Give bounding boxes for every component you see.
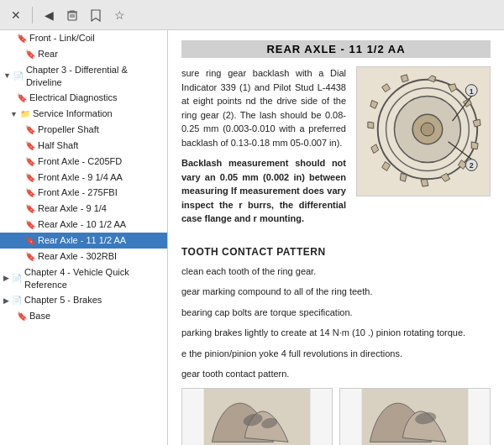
sidebar-item-service-info[interactable]: ▼ 📁 Service Information	[0, 106, 167, 122]
paragraph-8: gear tooth contact pattern.	[181, 367, 491, 381]
svg-text:1: 1	[470, 87, 474, 96]
sidebar-item-rear-axle-302rbi[interactable]: 🔖 Rear Axle - 302RBI	[0, 249, 167, 264]
content-pane: REAR AXLE - 11 1/2 AA sure ring gear bac…	[168, 30, 504, 445]
sidebar-item-rear-axle-9-14[interactable]: 🔖 Rear Axle - 9 1/4	[0, 201, 167, 217]
sidebar-item-chapter3[interactable]: ▼ 📄 Chapter 3 - Differential & Driveline	[0, 62, 167, 91]
sidebar-item-label: Front Axle - 275FBI	[38, 186, 164, 199]
sidebar-item-label: Rear Axle - 302RBI	[38, 250, 164, 263]
sidebar-item-rear[interactable]: 🔖 Rear	[0, 46, 167, 62]
sidebar-item-label: Front Axle - 9 1/4 AA	[38, 171, 164, 184]
sidebar-item-label: Rear	[38, 48, 164, 60]
sidebar-item-label: Rear Axle - 11 1/2 AA	[38, 234, 164, 247]
bookmark-icon: 🔖	[25, 187, 35, 199]
sidebar-item-label: Propeller Shaft	[38, 123, 164, 136]
trash-button[interactable]	[63, 6, 81, 24]
paragraph-1: sure ring gear backlash with a Dial Indi…	[181, 66, 346, 149]
gear-diagram-column: 1 2	[356, 66, 491, 233]
sidebar-item-front-link-coil[interactable]: 🔖 Front - Link/Coil	[0, 30, 167, 46]
chapter-icon: 📄	[12, 273, 22, 285]
sidebar-item-half-shaft[interactable]: 🔖 Half Shaft	[0, 138, 167, 154]
toolbar: ✕ ◀ ☆	[0, 0, 504, 30]
section-title-tooth-pattern: TOOTH CONTACT PATTERN	[181, 244, 491, 259]
bookmark-icon: 🔖	[17, 311, 27, 322]
sidebar: 🔖 Front - Link/Coil 🔖 Rear ▼ 📄 Chapter 3…	[0, 30, 168, 445]
chapter-icon: 📄	[13, 71, 24, 82]
sidebar-item-rear-axle-10-12-aa[interactable]: 🔖 Rear Axle - 10 1/2 AA	[0, 217, 167, 233]
content-header: REAR AXLE - 11 1/2 AA	[181, 40, 491, 58]
bookmark-icon: 🔖	[25, 49, 35, 60]
sidebar-item-label: Chapter 5 - Brakes	[24, 294, 102, 306]
gear-diagram: 1 2	[356, 66, 491, 196]
svg-text:2: 2	[470, 161, 474, 170]
sidebar-item-label: Chapter 4 - Vehicle Quick Reference	[24, 266, 164, 291]
arrow-icon: ▼	[10, 109, 18, 119]
toolbar-separator-1	[32, 7, 33, 24]
chapter-icon: 📄	[12, 295, 22, 306]
bookmark-icon: 🔖	[17, 92, 27, 104]
arrow-icon: ▶	[3, 273, 9, 283]
arrow-icon: ▶	[3, 296, 9, 306]
paragraph-6: parking brakes lightly to create at 14 N…	[181, 326, 491, 340]
sidebar-item-label: Rear Axle - 10 1/2 AA	[38, 218, 164, 231]
bold-span: Backlash measurement should not vary an …	[181, 158, 346, 223]
bookmark-icon: 🔖	[25, 124, 35, 136]
paragraph-7: e the pinion/pinion yoke 4 full revoluti…	[181, 347, 491, 361]
sidebar-item-chapter5[interactable]: ▶ 📄 Chapter 5 - Brakes	[0, 292, 167, 308]
back-button[interactable]: ◀	[39, 6, 58, 24]
sidebar-item-electrical-diag[interactable]: 🔖 Electrical Diagnostics	[0, 90, 167, 106]
close-button[interactable]: ✕	[7, 6, 25, 24]
bookmark-icon: 🔖	[25, 219, 35, 231]
sidebar-item-chapter4[interactable]: ▶ 📄 Chapter 4 - Vehicle Quick Reference	[0, 264, 167, 293]
top-section: sure ring gear backlash with a Dial Indi…	[181, 66, 491, 233]
sidebar-item-label: Service Information	[33, 107, 113, 120]
sidebar-item-label: Electrical Diagnostics	[29, 92, 164, 104]
main-area: 🔖 Front - Link/Coil 🔖 Rear ▼ 📄 Chapter 3…	[0, 30, 504, 445]
sidebar-item-label: Rear Axle - 9 1/4	[38, 202, 164, 215]
sidebar-item-base[interactable]: 🔖 Base	[0, 308, 167, 324]
chapter-icon: 📁	[20, 108, 30, 120]
sidebar-item-label: Front - Link/Coil	[29, 32, 164, 44]
text-column: sure ring gear backlash with a Dial Indi…	[181, 66, 346, 233]
paragraph-2: Backlash measurement should not vary an …	[181, 156, 346, 226]
paragraph-3: clean each tooth of the ring gear.	[181, 264, 491, 279]
sidebar-item-front-axle-9-14-aa[interactable]: 🔖 Front Axle - 9 1/4 AA	[0, 170, 167, 186]
sidebar-item-front-axle-275fbi[interactable]: 🔖 Front Axle - 275FBI	[0, 185, 167, 201]
content-body-mid: TOOTH CONTACT PATTERN clean each tooth o…	[181, 244, 491, 381]
tooth-diagrams-row1	[181, 388, 491, 446]
bookmark-icon: 🔖	[25, 172, 35, 184]
sidebar-item-rear-axle-11-12-aa[interactable]: 🔖 Rear Axle - 11 1/2 AA	[0, 233, 167, 249]
sidebar-item-label: Base	[29, 310, 164, 322]
tooth-diagram-1	[181, 388, 333, 446]
bookmark-icon: 🔖	[25, 235, 35, 247]
star-button[interactable]: ☆	[110, 6, 129, 24]
sidebar-item-propeller-shaft[interactable]: 🔖 Propeller Shaft	[0, 122, 167, 138]
bookmark-icon: 🔖	[25, 251, 35, 263]
tooth-diagram-2	[339, 388, 491, 446]
bookmark-icon: 🔖	[25, 156, 35, 168]
sidebar-item-label: Chapter 3 - Differential & Driveline	[26, 64, 164, 89]
paragraph-5: bearing cap bolts are torque specificati…	[181, 306, 491, 320]
svg-point-6	[421, 123, 434, 136]
bookmark-icon: 🔖	[25, 140, 35, 152]
sidebar-item-front-axle-c205fd[interactable]: 🔖 Front Axle - C205FD	[0, 154, 167, 170]
sidebar-item-label: Half Shaft	[38, 139, 164, 152]
bookmark-button[interactable]	[87, 6, 105, 24]
arrow-icon: ▼	[3, 71, 11, 81]
paragraph-4: gear marking compound to all of the ring…	[181, 285, 491, 299]
sidebar-item-label: Front Axle - C205FD	[38, 155, 164, 168]
content-body-top: sure ring gear backlash with a Dial Indi…	[181, 66, 346, 226]
bookmark-icon: 🔖	[25, 203, 35, 215]
bookmark-icon: 🔖	[17, 33, 27, 44]
